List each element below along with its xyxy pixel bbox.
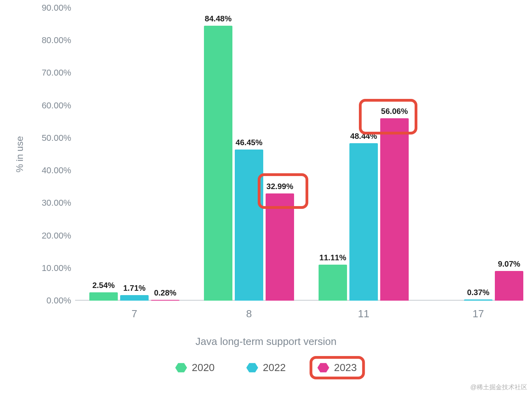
bar-label-2023-8: 32.99% — [266, 182, 293, 191]
bar-2020-8: 84.48% — [204, 26, 232, 301]
legend-label-2020: 2020 — [192, 362, 215, 374]
category-group-7: 2.54% 1.71% 0.28% 7 — [83, 8, 186, 301]
legend-label-2022: 2022 — [263, 362, 286, 374]
category-label-8: 8 — [246, 308, 252, 320]
y-tick-40: 40.00% — [24, 165, 71, 176]
bar-2023-17: 9.07% — [495, 271, 523, 301]
legend-swatch-2022-icon — [246, 363, 258, 373]
legend-item-2023[interactable]: 2023 — [313, 360, 361, 375]
bar-label-2022-17: 0.37% — [467, 288, 490, 297]
y-tick-70: 70.00% — [24, 68, 71, 78]
bar-label-2020-11: 11.11% — [319, 253, 346, 262]
bar-2022-11: 48.44% — [349, 143, 378, 301]
bar-2023-8: 32.99% — [266, 193, 294, 301]
y-tick-20: 20.00% — [24, 231, 71, 241]
category-group-11: 11.11% 48.44% 56.06% 11 — [312, 8, 415, 301]
legend-swatch-2023-icon — [317, 363, 329, 373]
bar-label-2022-11: 48.44% — [350, 132, 377, 141]
category-group-8: 84.48% 46.45% 32.99% 8 — [198, 8, 300, 301]
watermark: @稀土掘金技术社区 — [470, 383, 527, 392]
category-group-17: 0.37% 9.07% 17 — [427, 8, 530, 301]
bar-2020-7: 2.54% — [89, 292, 118, 301]
y-tick-10: 10.00% — [24, 263, 71, 273]
bar-label-2023-7: 0.28% — [154, 288, 177, 297]
bar-2022-17: 0.37% — [464, 299, 492, 301]
y-tick-60: 60.00% — [24, 100, 71, 111]
chart-container: % in use 90.00% 80.00% 70.00% 60.00% 50.… — [24, 8, 522, 309]
x-axis-label: Java long-term support version — [196, 335, 337, 348]
bar-label-2020-8: 84.48% — [205, 14, 232, 23]
category-label-7: 7 — [132, 308, 137, 320]
y-tick-90: 90.00% — [24, 3, 71, 13]
legend-swatch-2020-icon — [175, 363, 187, 373]
bar-label-2023-11: 56.06% — [381, 107, 408, 116]
bar-label-2023-17: 9.07% — [498, 260, 521, 269]
y-tick-0: 0.00% — [24, 296, 71, 306]
legend-item-2020[interactable]: 2020 — [171, 360, 219, 375]
bar-2023-11: 56.06% — [380, 118, 409, 301]
bar-2022-7: 1.71% — [120, 295, 149, 301]
bar-label-2022-7: 1.71% — [123, 284, 146, 293]
bar-2022-8: 46.45% — [235, 150, 263, 301]
bar-label-2020-7: 2.54% — [92, 281, 115, 290]
legend-label-2023: 2023 — [334, 362, 357, 374]
y-tick-30: 30.00% — [24, 198, 71, 208]
legend-item-2022[interactable]: 2022 — [242, 360, 290, 375]
bar-2020-11: 11.11% — [319, 265, 347, 301]
category-label-11: 11 — [358, 308, 370, 320]
category-label-17: 17 — [473, 308, 484, 320]
y-tick-50: 50.00% — [24, 133, 71, 143]
plot-area: 2.54% 1.71% 0.28% 7 84.48% 46.45% 32.99%… — [75, 8, 522, 301]
y-tick-80: 80.00% — [24, 35, 71, 45]
bar-2023-7: 0.28% — [151, 300, 179, 301]
bar-label-2022-8: 46.45% — [236, 138, 262, 147]
legend: 2020 2022 2023 — [171, 360, 361, 375]
